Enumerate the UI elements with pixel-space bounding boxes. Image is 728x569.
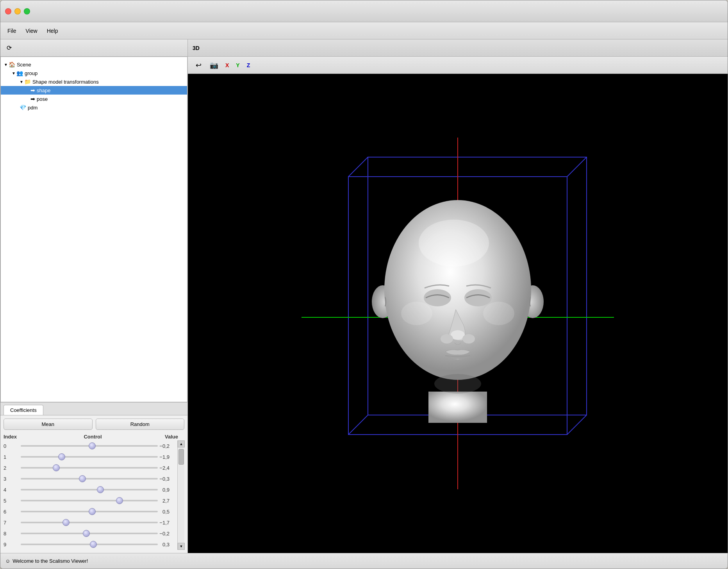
coeff-content: Mean Random Index Control Value 0 [0,415,187,553]
slider-container-8[interactable] [21,530,158,537]
forehead-highlight [419,220,489,267]
coeff-scrollbar[interactable]: ▲ ▼ [177,440,184,550]
slider-value-6: 0,5 [158,509,177,515]
slider-thumb-5[interactable] [116,497,123,504]
pdm-label: pdm [28,105,37,111]
slider-track-0 [21,445,158,447]
slider-container-5[interactable] [21,497,158,505]
group-icon: 👥 [16,70,23,76]
slider-row-8: 8 −0,2 [4,528,177,539]
minimize-button[interactable] [14,8,21,14]
bbox-top-left-edge [348,157,368,177]
slider-container-7[interactable] [21,519,158,526]
scroll-down-button[interactable]: ▼ [178,543,185,550]
expand-shapemodel-arrow: ▼ [20,80,23,84]
left-eye-socket [424,289,451,306]
slider-thumb-8[interactable] [83,530,90,537]
slider-index-2: 2 [4,465,21,471]
coeff-tab-bar: Coefficients [0,403,187,415]
viewport-title: 3D [193,45,200,51]
slider-track-3 [21,478,158,480]
slider-thumb-1[interactable] [58,453,65,460]
scene-label: Scene [17,62,31,68]
slider-row-3: 3 −0,3 [4,473,177,484]
right-cheek-highlight [483,302,514,325]
menu-help[interactable]: Help [43,26,62,36]
viewport-header: 3D [188,39,728,57]
slider-track-9 [21,544,158,545]
maximize-button[interactable] [24,8,30,14]
slider-track-2 [21,467,158,469]
slider-thumb-2[interactable] [53,464,60,471]
slider-value-1: −1,9 [158,454,177,460]
axis-y-button[interactable]: Y [234,61,241,69]
slider-container-0[interactable] [21,442,158,450]
coeff-buttons: Mean Random [4,419,184,430]
slider-container-9[interactable] [21,540,158,548]
undo-button[interactable]: ↩ [193,59,204,71]
scene-tree: ▼ 🏠 Scene ▼ 👥 group ▼ 📁 Shape model tra [0,57,187,402]
header-control: Control [21,434,165,440]
tree-item-shape-model[interactable]: ▼ 📁 Shape model transformations [1,77,187,86]
slider-container-6[interactable] [21,508,158,515]
slider-thumb-3[interactable] [79,475,86,482]
left-cheek-highlight [401,302,432,325]
group-label: group [25,70,37,76]
shape-model-label: Shape model transformations [32,79,99,85]
slider-track-8 [21,533,158,534]
bbox-bot-right-edge [567,415,587,435]
slider-row-7: 7 −1,7 [4,517,177,528]
slider-container-1[interactable] [21,453,158,461]
viewport-canvas[interactable] [188,74,728,553]
menu-view[interactable]: View [22,26,41,36]
coeff-with-scroll: 0 −0,2 1 −1,9 2 −2,4 [4,440,184,550]
slider-container-3[interactable] [21,475,158,483]
slider-value-8: −0,2 [158,531,177,537]
right-eye-socket [464,289,492,306]
left-toolbar: ⟳ [0,39,187,57]
coefficients-panel: Coefficients Mean Random Index Control V… [0,402,187,553]
status-message: Welcome to the Scalismo Viewer! [12,558,88,564]
slider-index-4: 4 [4,487,21,493]
slider-row-9: 9 0,3 [4,539,177,550]
tree-item-scene[interactable]: ▼ 🏠 Scene [1,60,187,69]
tree-item-pose[interactable]: ➡ pose [1,95,187,103]
shape-icon: ➡ [30,87,35,93]
slider-value-0: −0,2 [158,443,177,449]
slider-thumb-4[interactable] [97,486,104,493]
scroll-up-button[interactable]: ▲ [178,440,185,447]
expand-group-arrow: ▼ [12,71,16,75]
tree-item-pdm[interactable]: 💎 pdm [1,103,187,112]
slider-thumb-7[interactable] [62,519,70,526]
slider-row-6: 6 0,5 [4,506,177,517]
undo-icon: ↩ [196,61,202,70]
mean-button[interactable]: Mean [4,419,93,430]
shape-label: shape [37,88,50,93]
axis-z-button[interactable]: Z [245,61,252,69]
axis-x-button[interactable]: X [224,61,230,69]
slider-thumb-9[interactable] [90,541,97,548]
tree-item-group[interactable]: ▼ 👥 group [1,69,187,77]
refresh-icon[interactable]: ⟳ [4,43,14,54]
random-button[interactable]: Random [96,419,185,430]
slider-index-0: 0 [4,443,21,449]
slider-value-3: −0,3 [158,476,177,482]
tree-item-shape[interactable]: ➡ shape [1,86,187,95]
slider-thumb-6[interactable] [89,508,96,515]
slider-row-5: 5 2,7 [4,495,177,506]
coefficients-tab[interactable]: Coefficients [4,405,43,415]
camera-icon: 📷 [210,61,218,70]
slider-value-7: −1,7 [158,520,177,526]
slider-container-4[interactable] [21,486,158,494]
viewport-toolbar: ↩ 📷 X Y Z [188,57,728,74]
camera-button[interactable]: 📷 [208,59,220,71]
header-index: Index [4,434,21,440]
slider-value-5: 2,7 [158,498,177,504]
slider-container-2[interactable] [21,464,158,472]
chin-shadow [434,374,481,394]
scene-icon: 🏠 [9,61,15,68]
close-button[interactable] [5,8,11,14]
menu-file[interactable]: File [4,26,20,36]
slider-thumb-0[interactable] [89,442,96,449]
slider-index-5: 5 [4,498,21,504]
